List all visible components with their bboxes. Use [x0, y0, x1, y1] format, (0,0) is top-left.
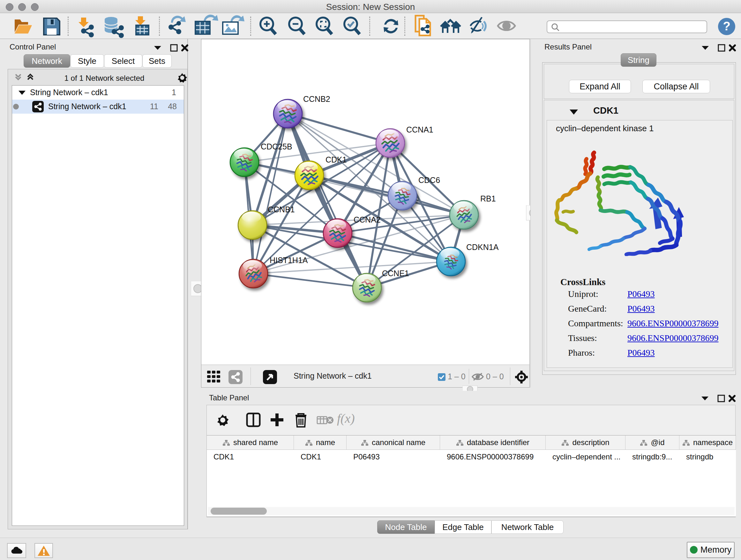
svg-text:CDKN1A: CDKN1A	[466, 243, 499, 252]
svg-text:CDK1: CDK1	[326, 155, 347, 164]
svg-text:RB1: RB1	[480, 194, 496, 203]
svg-text:CCNA2: CCNA2	[354, 215, 381, 224]
svg-text:CDC6: CDC6	[418, 176, 440, 185]
svg-text:HIST1H1A: HIST1H1A	[270, 256, 308, 265]
svg-text:CCNE1: CCNE1	[382, 269, 409, 278]
svg-text:CCNB2: CCNB2	[303, 95, 330, 104]
svg-text:CCNB1: CCNB1	[268, 205, 295, 214]
svg-text:CCNA1: CCNA1	[406, 125, 433, 134]
svg-text:?: ?	[723, 19, 730, 33]
svg-text:CDC25B: CDC25B	[261, 142, 292, 151]
